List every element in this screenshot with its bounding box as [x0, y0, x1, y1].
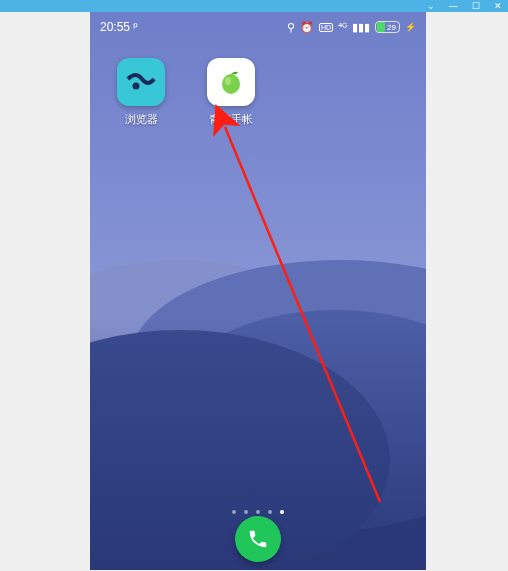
app-label: 青柠手帐	[209, 112, 253, 127]
status-right: ⚲ ⏰ HD ⁴ᴳ ▮▮▮ 29 ⚡	[287, 21, 416, 34]
app-row: 浏览器 青柠手帐	[90, 38, 426, 127]
page-dot-active[interactable]	[280, 510, 284, 514]
window-maximize[interactable]: ☐	[472, 0, 480, 12]
window-minimize[interactable]: —	[449, 0, 458, 12]
window-chevron[interactable]: ⌄	[427, 0, 435, 12]
hd-badge: HD	[319, 23, 333, 32]
svg-point-3	[225, 77, 231, 85]
page-dot[interactable]	[232, 510, 236, 514]
app-running-indicator: ᵖ	[133, 20, 138, 34]
globe-icon	[117, 58, 165, 106]
page-dot[interactable]	[244, 510, 248, 514]
charging-icon: ⚡	[405, 22, 416, 32]
outer-window-bar: ⌄ — ☐ ✕	[0, 0, 508, 12]
svg-point-2	[222, 74, 240, 94]
phone-icon	[247, 528, 269, 550]
network-type: ⁴ᴳ	[338, 21, 347, 34]
dock	[90, 516, 426, 562]
battery-icon: 29	[375, 21, 400, 33]
status-bar: 20:55 ᵖ ⚲ ⏰ HD ⁴ᴳ ▮▮▮ 29 ⚡	[90, 12, 426, 38]
signal-icon: ▮▮▮	[352, 21, 370, 34]
phone-home-screen: 20:55 ᵖ ⚲ ⏰ HD ⁴ᴳ ▮▮▮ 29 ⚡ 浏	[90, 12, 426, 570]
status-left: 20:55 ᵖ	[100, 20, 138, 34]
clock: 20:55	[100, 20, 130, 34]
page-indicator	[90, 510, 426, 514]
window-close[interactable]: ✕	[494, 0, 502, 12]
app-label: 浏览器	[125, 112, 158, 127]
bluetooth-icon: ⚲	[287, 21, 295, 34]
page-dot[interactable]	[268, 510, 272, 514]
page-dot[interactable]	[256, 510, 260, 514]
window-controls: ⌄ — ☐ ✕	[421, 0, 508, 12]
svg-point-1	[133, 83, 140, 90]
dialer-button[interactable]	[235, 516, 281, 562]
app-browser[interactable]: 浏览器	[110, 58, 172, 127]
alarm-icon: ⏰	[300, 21, 314, 34]
lime-icon	[207, 58, 255, 106]
battery-percent: 29	[385, 23, 398, 32]
app-lime-diary[interactable]: 青柠手帐	[200, 58, 262, 127]
